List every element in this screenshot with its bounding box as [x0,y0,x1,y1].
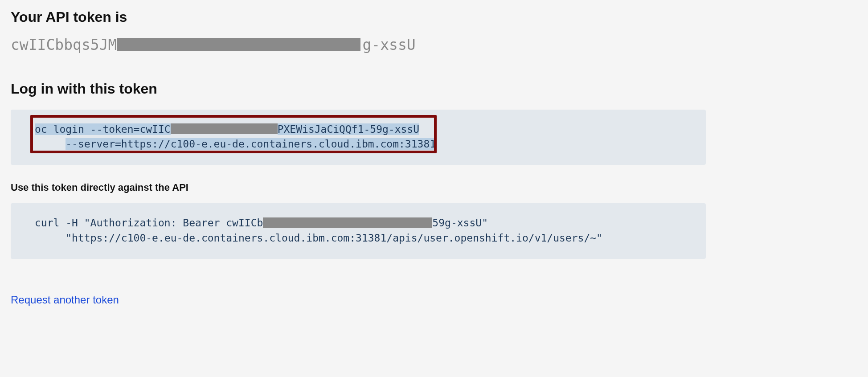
oc-login-indent [35,138,66,150]
oc-login-redacted [171,123,278,134]
curl-url: "https://c100-e.eu-de.containers.cloud.i… [66,232,602,244]
curl-indent [35,232,66,244]
login-heading: Log in with this token [11,81,706,97]
oc-login-post: PXEWisJaCiQQf1-59g-xssU [278,123,420,135]
oc-login-pre: oc login --token=cwIIC [35,123,171,135]
curl-post: 59g-xssU" [432,217,488,229]
curl-pre: curl -H "Authorization: Bearer cwIICb [35,217,263,229]
use-directly-heading: Use this token directly against the API [11,182,706,193]
token-suffix: g-xssU [362,36,415,53]
curl-redacted [263,217,432,228]
request-another-token-link[interactable]: Request another token [11,294,119,306]
oc-login-server: --server=https://c100-e.eu-de.containers… [66,138,436,150]
oc-login-command-block[interactable]: oc login --token=cwIICPXEWisJaCiQQf1-59g… [11,110,706,165]
token-prefix: cwIICbbqs5JM [11,36,117,53]
api-token-value: cwIICbbqs5JMg-xssU [11,36,706,54]
api-token-heading: Your API token is [11,9,706,25]
token-redacted-segment [117,38,360,51]
curl-command-block[interactable]: curl -H "Authorization: Bearer cwIICb59g… [11,203,706,259]
